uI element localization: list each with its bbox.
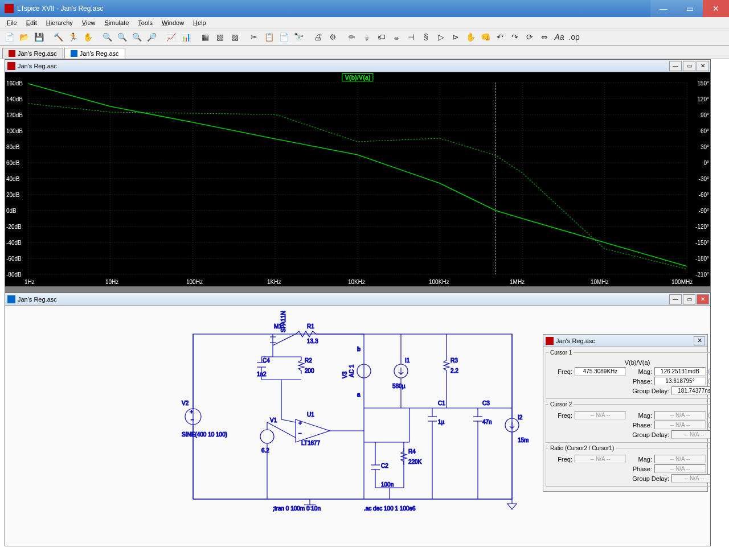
tab-schematic[interactable]: Jan's Reg.asc [64,48,125,59]
svg-text:U1: U1 [307,411,314,418]
tile-windows-icon[interactable]: ▦ [198,30,212,44]
cursor1-mag-radio[interactable] [708,368,710,375]
control-panel-icon[interactable]: 🔨 [51,30,65,44]
schematic-close-button[interactable]: ✕ [697,294,709,304]
capacitor-icon[interactable]: ⊣ [404,30,418,44]
tab-plot[interactable]: Jan's Reg.asc [2,48,63,59]
undo-icon[interactable]: ↶ [493,30,507,44]
pick-visible-traces-icon[interactable]: 📊 [179,30,193,44]
plot-window-icon [7,62,15,70]
svg-text:200: 200 [305,368,314,374]
close-all-icon[interactable]: ▨ [228,30,241,44]
plot-window-titlebar[interactable]: Jan's Reg.asc — ▭ ✕ [5,60,710,72]
mirror-icon[interactable]: ⇔ [538,30,551,44]
menu-window[interactable]: Window [157,18,189,27]
schematic-maximize-button[interactable]: ▭ [683,294,695,304]
copy-icon[interactable]: 📋 [262,30,276,44]
menu-hierarchy[interactable]: Hierarchy [42,18,77,27]
label-net-icon[interactable]: 🏷 [375,30,388,44]
plot-close-button[interactable]: ✕ [697,61,709,71]
menu-tools[interactable]: Tools [133,18,157,27]
minimize-button[interactable]: — [650,0,677,17]
zoom-fit-icon[interactable]: 🔍 [130,30,144,44]
cursor-panel[interactable]: Jan's Reg.asc ✕ Cursor 1 V(b)/V(a) Freq:… [543,334,708,492]
svg-text:13.3: 13.3 [307,338,318,344]
plot-svg [5,72,710,286]
tab-plot-label: Jan's Reg.asc [18,50,57,57]
schematic-canvas[interactable]: +− V2 SINE(400 10 100) M1 SPA11N R1 13.3 [5,306,710,546]
cursor2-title: Cursor 2 [548,401,574,407]
svg-text:.ac dec 100 1 100e6: .ac dec 100 1 100e6 [364,505,416,512]
menu-simulate[interactable]: Simulate [100,18,133,27]
maximize-button[interactable]: ▭ [677,0,703,17]
redo-icon[interactable]: ↷ [508,30,522,44]
ratio-freq-value: -- N/A -- [575,455,626,463]
move-icon[interactable]: ✋ [464,30,477,44]
open-icon[interactable]: 📂 [17,30,31,44]
ground-icon[interactable]: ⏚ [360,30,374,44]
find-icon[interactable]: 🔭 [292,30,305,44]
cursor1-phase-value[interactable]: 13.618795° [654,377,706,385]
svg-point-57 [260,430,274,443]
halt-icon[interactable]: ✋ [81,30,95,44]
save-icon[interactable]: 💾 [32,30,46,44]
run-icon[interactable]: 🏃 [66,30,80,44]
zoom-back-icon[interactable]: 🔎 [145,30,158,44]
cut-icon[interactable]: ✂ [247,30,261,44]
svg-text:2.2: 2.2 [450,368,458,374]
trace-label[interactable]: V(b)/V(a) [342,73,373,81]
cursor1-gd-label: Group Delay: [628,388,669,394]
svg-text:b: b [357,346,361,352]
cursor2-phase-radio[interactable] [708,422,710,429]
drag-icon[interactable]: 👊 [478,30,492,44]
menu-help[interactable]: Help [189,18,211,27]
cursor-panel-titlebar[interactable]: Jan's Reg.asc ✕ [543,335,707,347]
schematic-window-titlebar[interactable]: Jan's Reg.asc — ▭ ✕ [5,293,710,306]
ratio-group: Ratio (Cursor2 / Cursor1) Freq: -- N/A -… [546,445,710,487]
svg-text:1n2: 1n2 [257,371,267,377]
close-button[interactable]: ✕ [703,0,729,17]
plot-area[interactable]: V(b)/V(a) 160dB140dB120dB1 [5,72,710,286]
component-icon[interactable]: ⊳ [449,30,462,44]
resistor-icon[interactable]: ⏛ [390,30,403,44]
print-setup-icon[interactable]: ⚙ [326,30,339,44]
cursor1-mag-value[interactable]: 126.25131mdB [654,367,706,376]
svg-line-33 [273,334,296,345]
zoom-out-icon[interactable]: 🔍 [115,30,129,44]
rotate-icon[interactable]: ⟳ [523,30,536,44]
cursor-panel-close-button[interactable]: ✕ [694,336,705,345]
cursor1-phase-radio[interactable] [708,378,710,385]
plot-maximize-button[interactable]: ▭ [683,61,695,71]
inductor-icon[interactable]: § [419,30,433,44]
cursor1-freq-value[interactable]: 475.3089KHz [575,367,626,376]
zoom-in-icon[interactable]: 🔍 [100,30,114,44]
svg-text:R2: R2 [305,357,312,364]
diode-icon[interactable]: ▷ [434,30,448,44]
print-icon[interactable]: 🖨 [311,30,325,44]
spice-directive-icon[interactable]: .op [567,30,581,44]
svg-text:a: a [357,392,361,398]
cursor1-gd-value[interactable]: 181.74377ns [671,386,710,395]
plot-minimize-button[interactable]: — [669,61,682,71]
menu-edit[interactable]: Edit [22,18,42,27]
menu-file[interactable]: File [2,18,22,27]
cursor-panel-title: Jan's Reg.asc [556,337,595,344]
cursor2-mag-value: -- N/A -- [654,411,706,419]
cursor2-mag-label: Mag: [628,412,652,419]
svg-text:V2: V2 [182,400,189,406]
autorange-icon[interactable]: 📈 [164,30,178,44]
svg-text:C2: C2 [381,463,388,469]
schematic-minimize-button[interactable]: — [669,294,682,304]
window-buttons: — ▭ ✕ [650,0,729,17]
svg-text:V3: V3 [342,371,348,378]
draw-wire-icon[interactable]: ✏ [345,30,359,44]
cursor2-mag-radio[interactable] [708,412,710,419]
paste-icon[interactable]: 📄 [277,30,290,44]
main-titlebar: LTspice XVII - Jan's Reg.asc — ▭ ✕ [0,0,729,17]
cursor1-group: Cursor 1 V(b)/V(a) Freq: 475.3089KHz Mag… [546,349,710,399]
cascade-windows-icon[interactable]: ▧ [213,30,227,44]
window-title: LTspice XVII - Jan's Reg.asc [17,5,650,13]
new-schematic-icon[interactable]: 📄 [2,30,16,44]
menu-view[interactable]: View [77,18,100,27]
text-icon[interactable]: Aa [552,30,566,44]
